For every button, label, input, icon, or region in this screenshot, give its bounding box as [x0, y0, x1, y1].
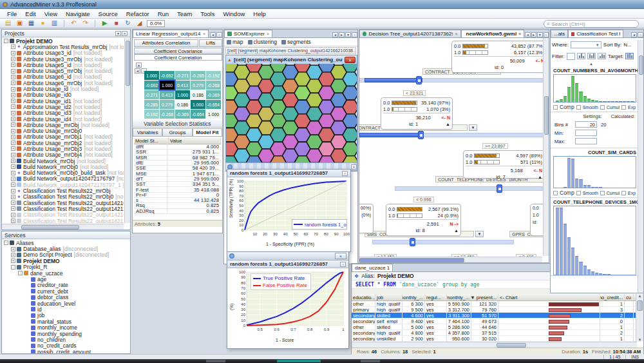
tree-item[interactable]: +✦Approximation Test Results_mrObj[not l… — [2, 44, 124, 50]
expand-icon[interactable]: + — [11, 99, 15, 103]
tree-split-handle[interactable] — [418, 131, 424, 139]
tree-item[interactable]: -Projekt_R — [2, 264, 130, 270]
matrix-cell[interactable]: 1.000 — [175, 90, 190, 99]
minimize-icon[interactable]: ▾ — [345, 32, 351, 37]
histogram-icon[interactable] — [577, 53, 585, 59]
maximize-icon[interactable]: ▫ — [340, 262, 346, 267]
save-all-icon[interactable]: ▥ — [50, 19, 59, 27]
tree-item[interactable]: +Attribute Usage5_mrObj[not loaded] — [2, 68, 124, 74]
tree-item[interactable]: +Classification Test Results22_output142… — [2, 218, 124, 223]
expand-icon[interactable]: + — [11, 129, 15, 133]
column-header[interactable]: cu — [625, 294, 634, 300]
expand-icon[interactable]: + — [11, 104, 15, 109]
expand-icon[interactable]: + — [11, 189, 15, 193]
expand-icon[interactable]: + — [11, 63, 15, 67]
tree-item[interactable]: +Build Network_output1420472176797_1[not… — [2, 182, 124, 188]
collapse-triangle-icon[interactable]: ▲ — [446, 122, 450, 126]
tree-item[interactable]: +Attribute Usage_id0 — [2, 92, 124, 98]
som-inner-titlebar[interactable]: ▲ [cell] (segment) mapKohonen Clustering… — [226, 55, 357, 64]
expand-icon[interactable]: + — [11, 253, 15, 257]
expand-icon[interactable]: + — [11, 117, 15, 121]
expand-icon[interactable]: + — [11, 111, 15, 115]
checkbox-comp[interactable] — [553, 191, 558, 195]
collapse-icon[interactable]: - — [11, 265, 15, 270]
checkbox-cumul[interactable] — [600, 191, 605, 195]
collapse-triangle-icon[interactable]: ▲ — [538, 175, 542, 179]
chevron-left-icon[interactable]: ◂ — [631, 32, 637, 37]
undo-icon[interactable]: ↶ — [70, 19, 78, 27]
maximize-icon[interactable]: ▫ — [352, 32, 357, 37]
tree-item[interactable]: +✦Classification Test Results22_mrObj0[n… — [2, 194, 124, 200]
matrix-cell[interactable]: 1.000 — [160, 81, 175, 90]
tree-item[interactable]: +Classification Test Results22_output142… — [2, 200, 124, 206]
menu-item-help[interactable]: Help — [249, 10, 270, 18]
stats-row[interactable]: ADJRsq0.825 — [134, 209, 221, 214]
taskbar-item[interactable] — [277, 360, 321, 362]
menu-item-view[interactable]: View — [41, 10, 61, 18]
tree-node[interactable]: 0.02,567 (99.1%)1.024 (0.9%)2,591N ->id:… — [386, 204, 461, 236]
filter-dropdown-icon[interactable]: ▼ — [475, 231, 484, 237]
menu-item-tools[interactable]: Tools — [196, 10, 218, 18]
matrix-cell[interactable]: 0.413 — [160, 90, 175, 99]
tree-item[interactable]: +Build Network_mrObj0[not loaded] — [2, 164, 124, 170]
chevron-right-icon[interactable]: ▸ — [339, 32, 345, 37]
tree-item[interactable]: +Attribute Usage_mrObj1[not loaded] — [2, 134, 124, 140]
histogram-plot[interactable] — [553, 206, 636, 275]
expand-icon[interactable]: + — [11, 87, 15, 92]
services-panel-header[interactable]: Services — [2, 231, 130, 239]
tree-item[interactable]: no_children — [2, 337, 130, 342]
tree-item[interactable]: possib_credit_amount — [2, 349, 130, 353]
checkbox-exp[interactable] — [621, 105, 626, 110]
expand-icon[interactable]: + — [11, 69, 15, 74]
table-vscrollbar[interactable]: ▲ ▼ — [636, 294, 643, 342]
tree-item[interactable]: +✦Classification Test Results22_mrObj — [2, 188, 124, 193]
tree-item[interactable]: +Attribute Usage5_id[not loaded] — [2, 62, 124, 68]
table-row[interactable]: secondaryunskilled2 900yes950.60030 0201 — [352, 336, 637, 342]
tree-item[interactable]: +Database_alias[disconnected] — [2, 246, 130, 251]
close-icon[interactable]: × — [335, 253, 346, 259]
matrix-cell[interactable]: 0.413 — [175, 81, 190, 90]
menu-item-edit[interactable]: Edit — [21, 10, 39, 18]
tree-item[interactable]: +Attribute Usage_id2[not loaded] — [2, 104, 124, 110]
coefficient-covariance-button[interactable]: Coefficient Covariance — [134, 48, 222, 54]
tree-node-partial[interactable]: 0.01.0id: — [530, 204, 544, 236]
tree-item[interactable]: +✦Build Network_mrObj0_build_task[not lo… — [2, 170, 124, 176]
tree-item[interactable]: +Projekt DEMO — [2, 258, 130, 264]
tree-vscrollbar[interactable] — [543, 38, 549, 256]
tree-item[interactable]: +Attribute Usage_id3[not loaded] — [2, 110, 124, 116]
matrix-cell[interactable]: -0.369 — [206, 90, 221, 99]
expand-icon[interactable]: + — [11, 57, 15, 61]
tree-item[interactable]: +Build Network_output1420472176797[not l… — [2, 176, 124, 182]
tree-split-handle[interactable] — [416, 76, 422, 84]
score-window-header[interactable]: random forests 1_output1416992726857 ▫ — [227, 260, 348, 268]
data-table[interactable]: educatio...jobmonthly_...regul...monthly… — [352, 294, 637, 342]
expand-icon[interactable]: + — [11, 135, 15, 139]
table-row[interactable]: otherhigh_qualif6 300yes5 590.900121 320… — [352, 301, 637, 307]
projects-hscrollbar[interactable] — [2, 224, 124, 230]
tree-item[interactable]: monthly_spending — [2, 331, 130, 337]
tree-hscrollbar[interactable] — [359, 257, 542, 262]
tree-item[interactable]: monthly_income — [2, 324, 130, 330]
close-icon[interactable]: × — [351, 164, 357, 170]
som-tool-segments[interactable]: segments — [281, 39, 311, 45]
matrix-cell[interactable]: -0.271 — [144, 90, 159, 99]
matrix-cell[interactable]: 0.279 — [160, 100, 175, 109]
tree-item[interactable]: no_credit_cards — [2, 343, 130, 349]
histogram-plot[interactable] — [553, 156, 636, 188]
histogram-plot[interactable] — [553, 74, 636, 103]
expand-icon[interactable]: + — [11, 171, 15, 175]
scroll-down-icon[interactable]: ▼ — [636, 338, 643, 342]
expand-icon[interactable]: + — [11, 195, 15, 199]
memory-usage-indicator[interactable]: 0.0% — [147, 20, 165, 27]
score-window-titlebar[interactable]: × — [227, 252, 348, 260]
expand-icon[interactable]: + — [11, 75, 15, 79]
histogram-title[interactable]: COUNT_TELEPHONE_DEVICES_1MONTH — [551, 199, 639, 206]
expand-icon[interactable]: + — [11, 201, 15, 205]
matrix-cell[interactable]: -0.285 — [144, 100, 159, 109]
expand-icon[interactable]: + — [11, 141, 15, 145]
column-header[interactable]: <- Chart — [498, 294, 600, 300]
tree-item[interactable]: +Classification Test Results22_output142… — [2, 212, 124, 218]
expand-icon[interactable]: + — [11, 159, 15, 163]
menu-item-file[interactable]: File — [3, 10, 21, 18]
expand-icon[interactable]: + — [11, 247, 15, 251]
